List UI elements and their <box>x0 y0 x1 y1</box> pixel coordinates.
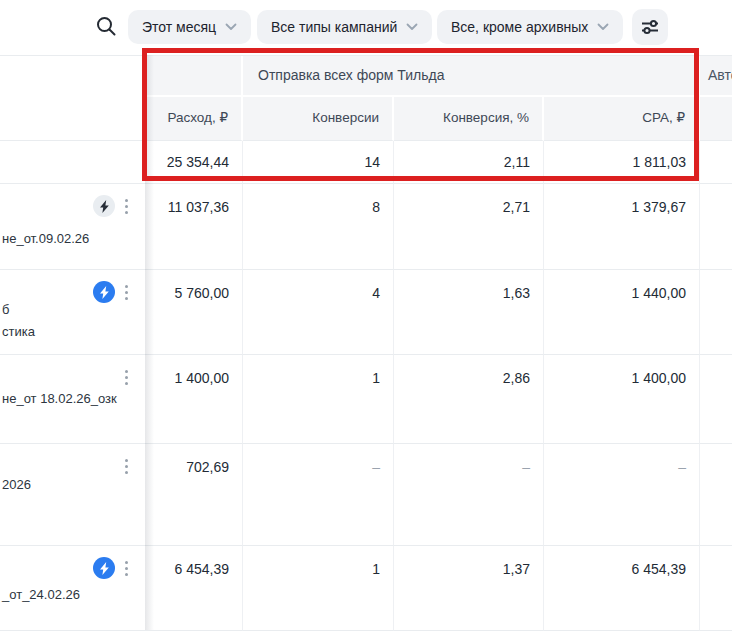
column-header-row: Расход, ₽ Конверсии Конверсия, % CPA, ₽ <box>0 97 732 141</box>
filter-settings-button[interactable] <box>632 9 668 45</box>
row-icons <box>93 557 131 579</box>
totals-extra-cell <box>700 141 732 184</box>
goal-group-header-row: Отправка всех форм Тильда Авто <box>0 56 732 97</box>
cell-spend: 6 454,39 <box>145 546 243 631</box>
column-header-spend[interactable]: Расход, ₽ <box>145 97 243 141</box>
cell-conv-rate: 2,71 <box>394 184 544 270</box>
row-menu-icon[interactable] <box>122 197 131 216</box>
toolbar: Этот месяц Все типы кампаний Все, кроме … <box>0 0 732 55</box>
totals-cpa: 1 811,03 <box>544 141 700 184</box>
column-header-cpa[interactable]: CPA, ₽ <box>544 97 700 141</box>
row-icons <box>122 366 131 388</box>
campaign-name-cell[interactable]: _от_24.02.26 <box>0 546 145 631</box>
row-menu-icon[interactable] <box>122 368 131 387</box>
chevron-down-icon <box>225 23 237 31</box>
cell-conversions: – <box>243 444 394 546</box>
filter-campaign-type-dropdown[interactable]: Все типы кампаний <box>257 10 432 44</box>
next-goal-group-label-partial: Авто <box>700 56 732 97</box>
row-icons <box>93 281 131 303</box>
column-header-next-partial <box>700 97 732 141</box>
cell-cpa: 1 400,00 <box>544 355 700 444</box>
totals-conversions: 14 <box>243 141 394 184</box>
cell-spend: 5 760,00 <box>145 270 243 355</box>
cell-extra <box>700 546 732 631</box>
row-menu-icon[interactable] <box>122 457 131 476</box>
cell-spend: 11 037,36 <box>145 184 243 270</box>
cell-extra <box>700 444 732 546</box>
search-icon[interactable] <box>95 15 117 37</box>
row-menu-icon[interactable] <box>122 283 131 302</box>
stats-table: Отправка всех форм Тильда Авто Расход, ₽… <box>0 55 732 631</box>
table-row: б стика 5 760,00 4 1,63 1 440,00 <box>0 270 732 355</box>
cell-conv-rate: – <box>394 444 544 546</box>
campaign-name-cell[interactable]: не_от 18.02.26_озк <box>0 355 145 444</box>
cell-conversions: 8 <box>243 184 394 270</box>
campaign-name[interactable]: б <box>2 302 9 317</box>
table-row: не_от 18.02.26_озк 1 400,00 1 2,86 1 400… <box>0 355 732 444</box>
table-row: 2026 702,69 – – – <box>0 444 732 546</box>
cell-conv-rate: 1,63 <box>394 270 544 355</box>
cell-extra <box>700 184 732 270</box>
totals-label-cell <box>0 141 145 184</box>
filter-period-label: Этот месяц <box>142 19 216 35</box>
sliders-icon <box>639 16 661 38</box>
campaign-name[interactable]: _от_24.02.26 <box>2 587 80 602</box>
lightning-icon <box>93 281 115 303</box>
campaign-name-cell[interactable]: не_от.09.02.26 <box>0 184 145 270</box>
cell-conv-rate: 2,86 <box>394 355 544 444</box>
row-menu-icon[interactable] <box>122 559 131 578</box>
campaign-name-cell[interactable]: б стика <box>0 270 145 355</box>
name-column-header-spacer <box>0 56 145 97</box>
campaign-name[interactable]: не_от 18.02.26_озк <box>2 391 117 406</box>
filter-archive-state-label: Все, кроме архивных <box>451 19 588 35</box>
goal-group-label: Отправка всех форм Тильда <box>243 56 700 97</box>
spend-group-spacer <box>145 56 243 97</box>
table-row: не_от.09.02.26 11 037,36 8 2,71 1 379,67 <box>0 184 732 270</box>
cell-cpa: – <box>544 444 700 546</box>
filter-period-dropdown[interactable]: Этот месяц <box>128 10 251 44</box>
column-header-conv-rate[interactable]: Конверсия, % <box>394 97 544 141</box>
chevron-down-icon <box>406 23 418 31</box>
cell-conversions: 4 <box>243 270 394 355</box>
cell-spend: 1 400,00 <box>145 355 243 444</box>
cell-spend: 702,69 <box>145 444 243 546</box>
cell-cpa: 1 440,00 <box>544 270 700 355</box>
row-icons <box>122 455 131 477</box>
cell-conversions: 1 <box>243 546 394 631</box>
column-header-conversions[interactable]: Конверсии <box>243 97 394 141</box>
cell-cpa: 6 454,39 <box>544 546 700 631</box>
campaign-name-cell[interactable]: 2026 <box>0 444 145 546</box>
totals-row: 25 354,44 14 2,11 1 811,03 <box>0 141 732 184</box>
filter-archive-state-dropdown[interactable]: Все, кроме архивных <box>437 10 623 44</box>
cell-conv-rate: 1,37 <box>394 546 544 631</box>
lightning-icon <box>93 557 115 579</box>
cell-cpa: 1 379,67 <box>544 184 700 270</box>
row-icons <box>93 195 131 217</box>
cell-extra <box>700 355 732 444</box>
table-row: _от_24.02.26 6 454,39 1 1,37 6 454,39 <box>0 546 732 631</box>
campaign-stats-screen: Этот месяц Все типы кампаний Все, кроме … <box>0 0 732 641</box>
lightning-icon <box>93 195 115 217</box>
filter-campaign-type-label: Все типы кампаний <box>271 19 397 35</box>
campaign-name-line2[interactable]: стика <box>2 324 35 339</box>
cell-conversions: 1 <box>243 355 394 444</box>
totals-spend: 25 354,44 <box>145 141 243 184</box>
cell-extra <box>700 270 732 355</box>
campaign-column-header <box>0 97 145 141</box>
campaign-name[interactable]: 2026 <box>2 477 31 492</box>
chevron-down-icon <box>597 23 609 31</box>
campaign-name[interactable]: не_от.09.02.26 <box>2 231 89 246</box>
totals-conv-rate: 2,11 <box>394 141 544 184</box>
